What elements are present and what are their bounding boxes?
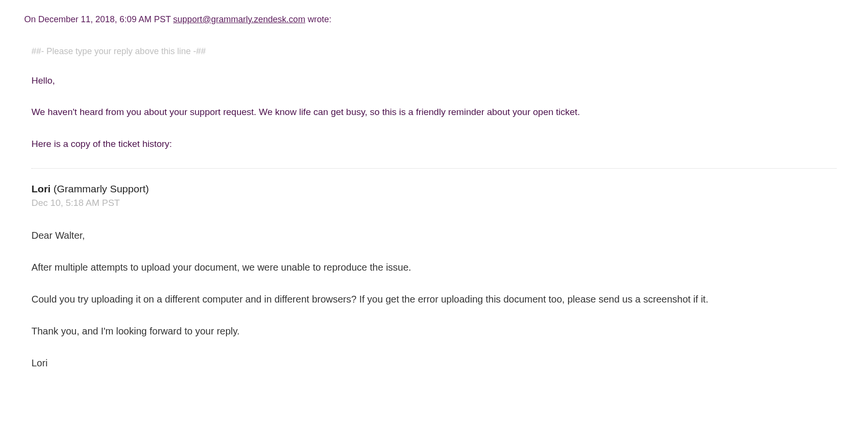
quote-suffix: wrote:	[305, 14, 331, 24]
intro-block: Hello, We haven't heard from you about y…	[31, 73, 844, 151]
intro-history-note: Here is a copy of the ticket history:	[31, 137, 844, 151]
author-name: Lori	[31, 183, 51, 194]
body-signoff: Lori	[31, 355, 844, 371]
quote-header: On December 11, 2018, 6:09 AM PST suppor…	[24, 14, 844, 25]
body-salutation: Dear Walter,	[31, 228, 844, 243]
section-divider	[31, 168, 837, 169]
author-context: (Grammarly Support)	[51, 183, 149, 194]
body-paragraph-3: Thank you, and I'm looking forward to yo…	[31, 323, 844, 339]
sender-email-link[interactable]: support@grammarly.zendesk.com	[173, 14, 305, 24]
intro-greeting: Hello,	[31, 73, 844, 88]
intro-reminder: We haven't heard from you about your sup…	[31, 105, 844, 119]
author-line: Lori (Grammarly Support)	[31, 183, 844, 195]
quote-prefix: On December 11, 2018, 6:09 AM PST	[24, 14, 173, 24]
message-timestamp: Dec 10, 5:18 AM PST	[31, 198, 844, 208]
reply-marker: ##- Please type your reply above this li…	[31, 46, 844, 57]
body-paragraph-1: After multiple attempts to upload your d…	[31, 260, 844, 275]
body-paragraph-2: Could you try uploading it on a differen…	[31, 291, 844, 307]
ticket-body: Dear Walter, After multiple attempts to …	[31, 228, 844, 371]
